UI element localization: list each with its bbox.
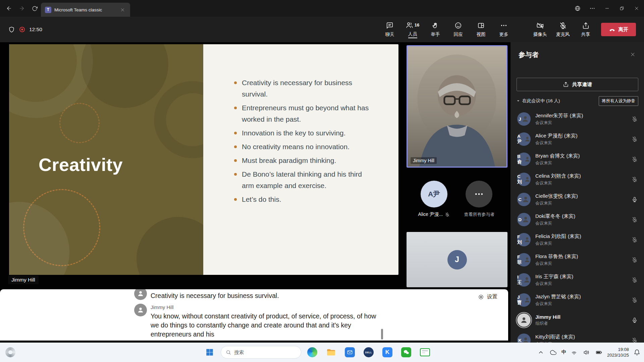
participant-role: 会议来宾 bbox=[535, 120, 583, 126]
participant-avatar: C bbox=[517, 193, 531, 206]
globe-icon[interactable] bbox=[570, 0, 585, 17]
recording-indicator-icon bbox=[19, 27, 25, 32]
camera-toggle[interactable]: 摄像头 bbox=[529, 17, 551, 42]
avatar-alice[interactable]: A尹 bbox=[421, 181, 447, 207]
participant-mic-icon[interactable] bbox=[632, 297, 638, 303]
caption-speaker-name: Jimmy Hill bbox=[151, 304, 173, 310]
more-menu-icon[interactable] bbox=[585, 0, 600, 17]
share-button[interactable]: 共享 bbox=[575, 17, 596, 42]
start-button[interactable] bbox=[202, 345, 217, 360]
mail-app-icon[interactable] bbox=[342, 345, 358, 360]
in-meeting-section: 在此会议中 (16 人) 将所有人设为静音 bbox=[517, 96, 638, 106]
view-all-participants-button[interactable] bbox=[466, 181, 492, 207]
tab-close-icon[interactable] bbox=[119, 6, 126, 13]
participant-row[interactable]: I王 Iris 王宇森 (来宾) 会议来宾 bbox=[511, 270, 644, 290]
participant-mic-icon[interactable] bbox=[632, 217, 638, 223]
participant-row[interactable]: F刘 Felicia 刘欣阳 (来宾) 会议来宾 bbox=[511, 230, 644, 250]
wechat-app-icon[interactable] bbox=[398, 345, 414, 360]
participant-row[interactable]: A尹 Alice 尹漫彤 (来宾) 会议来宾 bbox=[511, 129, 644, 149]
onedrive-cloud-icon[interactable] bbox=[549, 348, 558, 357]
toolbar-view[interactable]: 视图 bbox=[470, 17, 492, 42]
browser-tab[interactable]: T Microsoft Teams classic bbox=[41, 3, 130, 17]
participant-row[interactable]: J Jennifer朱芳菲 (来宾) 会议来宾 bbox=[511, 109, 644, 129]
caption-previous-line: Creativity is necessary for business sur… bbox=[151, 292, 279, 300]
toolbar-raise-hand[interactable]: 举手 bbox=[424, 17, 447, 42]
participant-row[interactable]: B俞 Bryan 俞博文 (来宾) 会议来宾 bbox=[511, 149, 644, 169]
minimize-icon[interactable] bbox=[600, 0, 614, 17]
participant-row[interactable]: D Doki覃冬冬 (来宾) 会议来宾 bbox=[511, 209, 644, 230]
slide-bullet: Let’s do this. bbox=[233, 194, 375, 205]
person-icon bbox=[524, 296, 531, 304]
hidden-icons-chevron[interactable] bbox=[537, 348, 545, 357]
participant-mic-icon[interactable] bbox=[632, 277, 638, 283]
screen-share-app-icon[interactable] bbox=[417, 345, 433, 360]
panel-title: 参与者 bbox=[519, 50, 539, 59]
participant-row[interactable]: Jimmy Hill 组织者 bbox=[511, 310, 644, 330]
k-app-icon[interactable]: K bbox=[380, 345, 395, 360]
panel-close-icon[interactable] bbox=[628, 50, 637, 59]
participant-row[interactable]: K Kitty刘雨诺 (来宾) 会议来宾 bbox=[511, 330, 644, 343]
dell-app-icon[interactable]: DELL bbox=[361, 345, 376, 360]
mute-all-button[interactable]: 将所有人设为静音 bbox=[599, 96, 638, 106]
video-tile-jimmy[interactable]: Jimmy Hill bbox=[407, 45, 507, 168]
toolbar-people[interactable]: 16 人员 bbox=[401, 17, 424, 42]
toolbar-center: 聊天 16 人员 举手 回应 视图 bbox=[378, 17, 515, 42]
refresh-icon[interactable] bbox=[28, 2, 41, 14]
participant-name: Kitty刘雨诺 (来宾) bbox=[535, 334, 575, 340]
participant-mic-icon[interactable] bbox=[632, 237, 638, 243]
share-invite-button[interactable]: 共享邀请 bbox=[517, 78, 638, 91]
tray-clock[interactable]: 19:08 2023/10/25 bbox=[607, 347, 629, 358]
participant-avatar: F刘 bbox=[517, 233, 531, 246]
participant-mic-icon[interactable] bbox=[632, 116, 638, 122]
close-icon[interactable] bbox=[629, 0, 644, 17]
file-explorer-icon[interactable] bbox=[323, 345, 339, 360]
participants-panel: 参与者 共享邀请 在此会议中 (16 人) 将所有人设为静音 J Jennife bbox=[510, 42, 644, 343]
tray-time: 19:08 bbox=[607, 347, 629, 352]
participant-row[interactable]: F菲 Flora 菲鲁热 (来宾) 会议来宾 bbox=[511, 250, 644, 270]
participant-row[interactable]: C Cielle张雯悦 (来宾) 会议来宾 bbox=[511, 189, 644, 209]
search-icon bbox=[226, 350, 231, 355]
participant-mic-icon[interactable] bbox=[632, 176, 638, 182]
back-icon[interactable] bbox=[3, 2, 15, 14]
restore-icon[interactable] bbox=[614, 0, 629, 17]
mic-toggle[interactable]: 麦克风 bbox=[552, 17, 574, 42]
participant-avatar: J bbox=[517, 112, 531, 126]
teams-meeting-window: T Microsoft Teams classic bbox=[0, 0, 644, 362]
person-icon bbox=[137, 290, 144, 297]
notification-bell-icon[interactable] bbox=[633, 348, 641, 357]
battery-icon[interactable] bbox=[595, 348, 603, 357]
slide-bullet: Creativity is necessary for business sur… bbox=[233, 77, 375, 100]
participant-mic-icon[interactable] bbox=[632, 136, 638, 142]
participant-name: Celina 刘朔含 (来宾) bbox=[535, 173, 581, 179]
tab-title: Microsoft Teams classic bbox=[54, 7, 116, 12]
participant-role: 会议来宾 bbox=[535, 301, 581, 307]
wifi-icon[interactable] bbox=[570, 348, 579, 357]
participant-mic-icon[interactable] bbox=[632, 337, 638, 343]
video-tile-jennifer[interactable]: J bbox=[407, 232, 507, 287]
participant-row[interactable]: J曹 Jazlyn 曹芷铭 (来宾) 会议来宾 bbox=[511, 290, 644, 310]
participant-name: Jazlyn 曹芷铭 (来宾) bbox=[535, 294, 581, 300]
participant-mic-icon[interactable] bbox=[632, 317, 638, 323]
slide-title: Creativity bbox=[39, 154, 123, 175]
taskbar-search[interactable]: 搜索 bbox=[221, 346, 301, 359]
participant-mic-icon[interactable] bbox=[632, 196, 638, 202]
toolbar-chat[interactable]: 聊天 bbox=[378, 17, 401, 42]
avatar-initial: J bbox=[447, 250, 467, 269]
participant-row[interactable]: C刘 Celina 刘朔含 (来宾) 会议来宾 bbox=[511, 169, 644, 189]
chevron-down-icon[interactable] bbox=[517, 99, 520, 103]
caption-settings-button[interactable]: 设置 bbox=[478, 293, 497, 300]
forward-icon[interactable] bbox=[15, 2, 28, 14]
participant-mic-icon[interactable] bbox=[632, 257, 638, 263]
caption-scrollbar[interactable] bbox=[381, 329, 383, 340]
corner-widget-icon[interactable] bbox=[5, 347, 15, 357]
ime-indicator[interactable]: 中 bbox=[561, 349, 566, 355]
volume-icon[interactable] bbox=[582, 348, 591, 357]
participant-mic-icon[interactable] bbox=[632, 156, 638, 162]
edge-browser-icon[interactable] bbox=[305, 345, 320, 360]
participant-role: 会议来宾 bbox=[535, 241, 581, 246]
toolbar-react[interactable]: 回应 bbox=[447, 17, 470, 42]
people-count-badge: 16 bbox=[415, 22, 419, 27]
leave-button[interactable]: 离开 bbox=[601, 23, 636, 36]
participant-avatar bbox=[517, 313, 531, 327]
toolbar-more[interactable]: 更多 bbox=[492, 17, 515, 42]
